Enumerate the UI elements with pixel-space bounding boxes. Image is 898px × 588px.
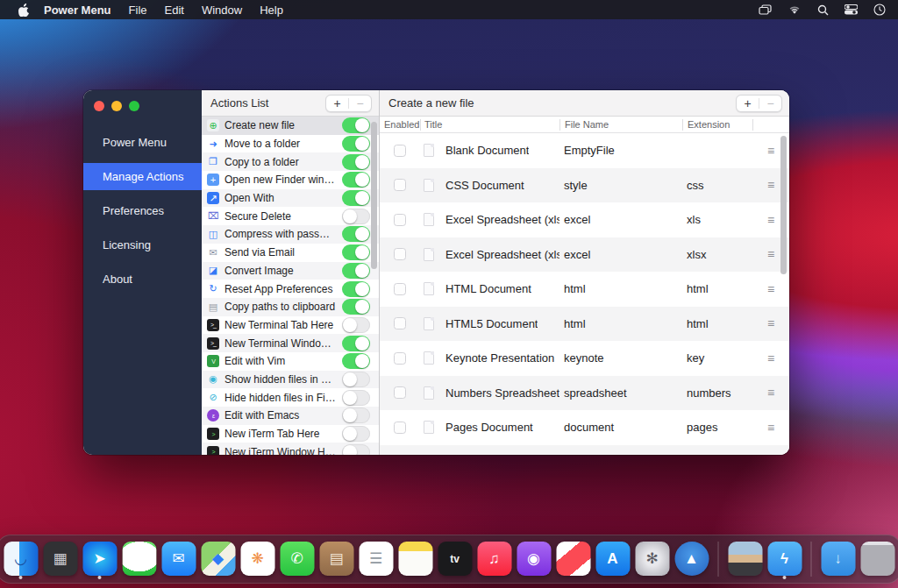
action-row[interactable]: ◫ Compress with password	[202, 225, 379, 244]
column-header-file-name[interactable]: File Name	[559, 119, 682, 131]
enabled-checkbox[interactable]	[394, 283, 406, 295]
action-toggle[interactable]	[342, 154, 370, 170]
row-menu-icon[interactable]: ≡	[767, 145, 774, 157]
action-row[interactable]: ⊕ Create new file	[202, 117, 379, 135]
spotlight-search-icon[interactable]	[817, 4, 829, 16]
dock-item-launchpad[interactable]: ▦	[43, 539, 78, 579]
enabled-checkbox[interactable]	[394, 386, 406, 399]
enabled-checkbox[interactable]	[394, 422, 406, 434]
action-row[interactable]: ↗ Open With	[202, 189, 379, 208]
zoom-button[interactable]	[129, 101, 139, 111]
dock-item-safari[interactable]: ➤	[82, 539, 118, 579]
enabled-checkbox[interactable]	[394, 248, 406, 260]
action-row[interactable]: ✉ Send via Email	[202, 244, 379, 262]
table-row[interactable]: HTML Document html html ≡	[380, 272, 789, 307]
dock-item-notes[interactable]	[398, 539, 433, 579]
row-menu-icon[interactable]: ≡	[767, 422, 774, 434]
enabled-checkbox[interactable]	[394, 179, 406, 191]
menubar-app-name[interactable]: Power Menu	[35, 4, 120, 17]
row-menu-icon[interactable]: ≡	[767, 386, 774, 399]
action-row[interactable]: V Edit with Vim	[202, 352, 379, 371]
close-button[interactable]	[94, 101, 104, 111]
dock-item-photos[interactable]: ❋	[240, 539, 275, 579]
action-toggle[interactable]	[342, 336, 370, 351]
remove-file-button[interactable]: −	[759, 96, 781, 111]
dock-item-contacts[interactable]: ▤	[319, 539, 354, 579]
action-row[interactable]: ◉ Show hidden files in Fin...	[202, 371, 379, 389]
action-toggle[interactable]	[342, 263, 370, 279]
table-row[interactable]: Blank Document EmptyFile ≡	[380, 133, 789, 168]
action-toggle[interactable]	[342, 136, 370, 152]
table-row[interactable]: Excel Spreadsheet (xls) excel xls ≡	[380, 202, 789, 237]
action-toggle[interactable]	[342, 390, 370, 406]
apple-menu-icon[interactable]	[12, 4, 35, 17]
menubar-menu-item[interactable]: File	[120, 4, 156, 17]
dock-item-mail[interactable]: ✉	[161, 539, 196, 579]
dock-item-news[interactable]	[556, 539, 591, 579]
table-row[interactable]: HTML5 Document html html ≡	[380, 307, 789, 342]
row-menu-icon[interactable]: ≡	[767, 179, 774, 191]
action-row[interactable]: + Open new Finder window	[202, 171, 379, 189]
column-header-title[interactable]: Title	[420, 119, 559, 131]
column-header-extension[interactable]: Extension	[682, 119, 752, 131]
control-center-icon[interactable]	[845, 4, 858, 15]
enabled-checkbox[interactable]	[394, 317, 406, 329]
action-toggle[interactable]	[342, 372, 370, 387]
dock-item-gallery-app[interactable]	[728, 539, 763, 579]
enabled-checkbox[interactable]	[394, 214, 406, 226]
dock-item-tv[interactable]: tv	[438, 539, 473, 579]
dock-item-music[interactable]: ♫	[477, 539, 512, 579]
table-row[interactable]: ≡	[380, 445, 789, 456]
dock-item-downloads-folder[interactable]: ↓	[821, 539, 856, 579]
action-toggle[interactable]	[342, 190, 370, 206]
table-row[interactable]: Pages Document document pages ≡	[380, 410, 789, 445]
dock-item-system-preferences[interactable]: ✻	[635, 539, 670, 579]
action-toggle[interactable]	[342, 426, 370, 442]
mission-control-icon[interactable]	[759, 4, 772, 15]
action-row[interactable]: ◪ Convert Image	[202, 262, 379, 280]
clock-icon[interactable]	[873, 4, 886, 16]
table-row[interactable]: CSS Document style css ≡	[380, 168, 789, 203]
action-toggle[interactable]	[342, 299, 370, 315]
dock-item-maps[interactable]: ◆	[201, 539, 236, 579]
remove-action-button[interactable]: −	[349, 96, 371, 111]
action-toggle[interactable]	[342, 407, 370, 423]
actions-scrollbar[interactable]	[371, 122, 377, 269]
action-row[interactable]: ε Edit with Emacs	[202, 407, 379, 425]
action-toggle[interactable]	[342, 172, 370, 188]
action-row[interactable]: ▤ Copy paths to clipboard	[202, 298, 379, 316]
dock-item-mountain-app[interactable]: ▲	[674, 539, 709, 579]
dock-item-finder[interactable]: ◡	[4, 539, 39, 579]
action-row[interactable]: ➜ Move to a folder	[202, 135, 379, 153]
enabled-checkbox[interactable]	[394, 145, 406, 157]
action-row[interactable]: ↻ Reset App Preferences	[202, 280, 379, 298]
dock-item-messages[interactable]	[122, 539, 157, 579]
row-menu-icon[interactable]: ≡	[767, 214, 774, 226]
column-header-enabled[interactable]: Enabled	[380, 119, 420, 131]
table-row[interactable]: Excel Spreadsheet (xlsx) excel xlsx ≡	[380, 237, 789, 273]
action-toggle[interactable]	[342, 244, 370, 260]
table-row[interactable]: Keynote Presentation keynote key ≡	[380, 341, 789, 376]
dock-item-podcasts[interactable]: ◉	[517, 539, 552, 579]
dock-item-facetime[interactable]: ✆	[280, 539, 315, 579]
action-toggle[interactable]	[342, 444, 370, 455]
action-row[interactable]: > New iTerm Tab Here	[202, 425, 379, 443]
minimize-button[interactable]	[111, 101, 122, 111]
sidebar-item-about[interactable]: About	[83, 266, 202, 293]
action-toggle[interactable]	[342, 209, 370, 224]
action-row[interactable]: ❐ Copy to a folder	[202, 152, 379, 171]
action-row[interactable]: ⊘ Hide hidden files in Finder	[202, 388, 379, 407]
sidebar-item-preferences[interactable]: Preferences	[83, 197, 202, 224]
row-menu-icon[interactable]: ≡	[767, 317, 774, 329]
add-file-button[interactable]: +	[737, 96, 759, 111]
table-row[interactable]: Numbers Spreadsheet spreadsheet numbers …	[380, 376, 789, 411]
dock-item-reminders[interactable]: ☰	[359, 539, 394, 579]
action-row[interactable]: >_ New Terminal Tab Here	[202, 316, 379, 335]
add-action-button[interactable]: +	[326, 96, 348, 111]
table-scrollbar[interactable]	[780, 136, 787, 274]
dock-item-app-store[interactable]: A	[595, 539, 631, 579]
action-toggle[interactable]	[342, 317, 370, 333]
menubar-menu-item[interactable]: Window	[193, 4, 251, 17]
dock-item-trash[interactable]	[860, 539, 895, 579]
action-row[interactable]: >_ New Terminal Window H...	[202, 334, 379, 352]
